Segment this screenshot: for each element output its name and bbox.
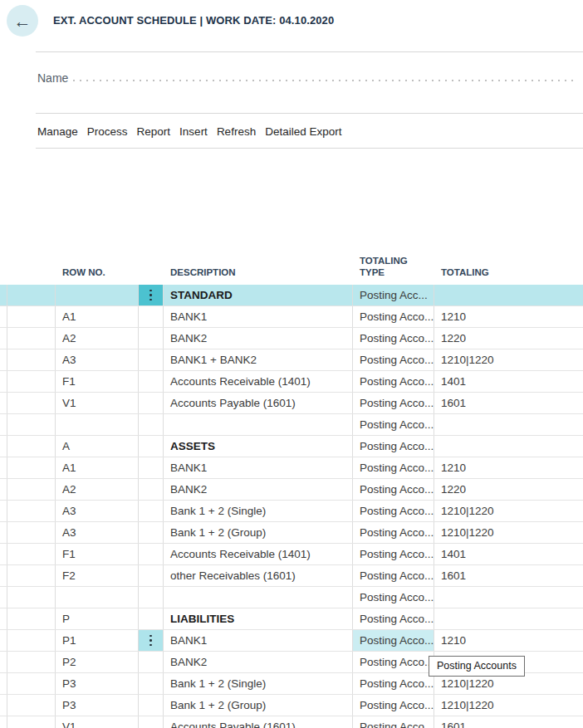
cell-totaling-type[interactable]: Posting Acco... — [353, 306, 434, 327]
cell-row-no[interactable]: V1 — [56, 716, 139, 728]
cell-totaling[interactable]: 1401 — [434, 544, 583, 564]
cell-totaling-type[interactable]: Posting Acco... — [353, 371, 434, 392]
cell-totaling[interactable]: 1210|1220 — [434, 522, 583, 543]
cell-totaling-type[interactable]: Posting Acco... — [353, 522, 434, 543]
name-input[interactable] — [73, 80, 573, 81]
cell-totaling-type[interactable]: Posting Acco... — [353, 673, 434, 694]
cell-description[interactable]: BANK2 — [164, 479, 353, 500]
cell-row-no[interactable] — [56, 285, 139, 305]
menu-item-report[interactable]: Report — [137, 125, 171, 138]
cell-description[interactable] — [164, 587, 353, 608]
cell-description[interactable]: Accounts Payable (1601) — [164, 716, 353, 728]
cell-totaling[interactable]: 1210|1220 — [434, 349, 583, 370]
menu-item-process[interactable]: Process — [87, 125, 128, 138]
cell-row-no[interactable] — [56, 414, 139, 435]
column-header-totaling[interactable]: TOTALING — [434, 266, 583, 284]
cell-description[interactable]: BANK1 — [164, 457, 353, 478]
table-row[interactable]: V1Accounts Payable (1601)Posting Acco...… — [0, 393, 583, 414]
cell-totaling-type[interactable]: Posting Acco... — [353, 565, 434, 586]
cell-totaling[interactable]: 1401 — [434, 371, 583, 392]
cell-totaling[interactable]: 1210 — [434, 457, 583, 478]
table-row[interactable]: F2other Receivables (1601)Posting Acco..… — [0, 565, 583, 587]
cell-totaling-type[interactable]: Posting Acco... — [353, 479, 434, 500]
menu-item-manage[interactable]: Manage — [37, 125, 78, 138]
cell-description[interactable]: Accounts Payable (1601) — [164, 393, 353, 413]
table-row[interactable]: Posting Acco... — [0, 414, 583, 436]
cell-row-no[interactable]: P2 — [56, 652, 139, 672]
cell-description[interactable]: ASSETS — [164, 436, 353, 457]
cell-row-no[interactable]: P1 — [56, 630, 139, 651]
cell-totaling[interactable]: 1210|1220 — [434, 695, 583, 716]
cell-row-no[interactable]: A1 — [56, 457, 139, 478]
cell-totaling-type[interactable]: Posting Acco... — [353, 328, 434, 349]
cell-description[interactable]: Bank 1 + 2 (Group) — [164, 522, 353, 543]
cell-description[interactable]: BANK1 — [164, 306, 353, 327]
cell-description[interactable]: BANK2 — [164, 328, 353, 349]
cell-row-no[interactable]: A3 — [56, 349, 139, 370]
cell-totaling[interactable] — [434, 436, 583, 457]
cell-row-no[interactable]: A2 — [56, 328, 139, 349]
cell-row-no[interactable]: P3 — [56, 673, 139, 694]
cell-totaling-type[interactable]: Posting Acco... — [353, 608, 434, 629]
cell-totaling-type[interactable]: Posting Acco... — [353, 501, 434, 521]
table-row[interactable]: V1Accounts Payable (1601)Posting Acco...… — [0, 716, 583, 728]
cell-description[interactable]: BANK1 + BANK2 — [164, 349, 353, 370]
table-row[interactable]: A1BANK1Posting Acco...1210 — [0, 457, 583, 479]
table-row[interactable]: AASSETSPosting Acco... — [0, 436, 583, 457]
table-row[interactable]: A1BANK1Posting Acco...1210 — [0, 306, 583, 328]
cell-totaling[interactable] — [434, 285, 583, 305]
row-ellipsis-icon[interactable] — [139, 285, 163, 305]
cell-description[interactable]: LIABILITIES — [164, 608, 353, 629]
cell-totaling-type[interactable]: Posting Acco... — [353, 587, 434, 608]
cell-row-no[interactable]: F1 — [56, 371, 139, 392]
cell-totaling[interactable]: 1210 — [434, 630, 583, 651]
table-row[interactable]: PLIABILITIESPosting Acco... — [0, 608, 583, 630]
cell-totaling[interactable] — [434, 587, 583, 608]
cell-row-no[interactable]: A3 — [56, 501, 139, 521]
table-row[interactable]: F1Accounts Receivable (1401)Posting Acco… — [0, 544, 583, 565]
cell-description[interactable]: Bank 1 + 2 (Single) — [164, 501, 353, 521]
table-row[interactable]: STANDARDPosting Acc... — [0, 285, 583, 306]
cell-row-no[interactable]: F2 — [56, 565, 139, 586]
cell-row-no[interactable]: A3 — [56, 522, 139, 543]
cell-row-no[interactable] — [56, 587, 139, 608]
cell-totaling-type[interactable]: Posting Acco... — [353, 436, 434, 457]
cell-totaling[interactable]: 1210|1220 — [434, 501, 583, 521]
table-row[interactable]: A2BANK2Posting Acco...1220 — [0, 328, 583, 349]
cell-row-no[interactable]: P3 — [56, 695, 139, 716]
menu-item-insert[interactable]: Insert — [179, 125, 208, 138]
cell-totaling-type[interactable]: Posting Acco... — [353, 695, 434, 716]
cell-totaling[interactable]: 1601 — [434, 716, 583, 728]
cell-row-no[interactable]: A1 — [56, 306, 139, 327]
column-header-description[interactable]: DESCRIPTION — [164, 266, 353, 284]
table-row[interactable]: A3Bank 1 + 2 (Group)Posting Acco...1210|… — [0, 522, 583, 544]
menu-item-refresh[interactable]: Refresh — [217, 125, 256, 138]
column-header-totaling-type[interactable]: TOTALING TYPE — [353, 255, 434, 284]
cell-totaling-type[interactable]: Posting Acco... — [353, 544, 434, 564]
cell-totaling-type[interactable]: Posting Acc... — [353, 285, 434, 305]
cell-totaling[interactable]: 1601 — [434, 565, 583, 586]
column-header-row-no[interactable]: ROW NO. — [56, 266, 139, 284]
table-row[interactable]: A3BANK1 + BANK2Posting Acco...1210|1220 — [0, 349, 583, 371]
cell-row-no[interactable]: V1 — [56, 393, 139, 413]
cell-row-no[interactable]: F1 — [56, 544, 139, 564]
cell-totaling-type[interactable]: Posting Acco... — [353, 716, 434, 728]
cell-totaling[interactable]: 1210 — [434, 306, 583, 327]
back-button[interactable]: ← — [7, 5, 38, 37]
menu-item-detailed-export[interactable]: Detailed Export — [265, 125, 341, 138]
cell-totaling-type[interactable]: Posting Acco... — [353, 414, 434, 435]
table-row[interactable]: Posting Acco... — [0, 587, 583, 608]
table-row[interactable]: P3Bank 1 + 2 (Group)Posting Acco...1210|… — [0, 695, 583, 716]
cell-description[interactable]: Bank 1 + 2 (Single) — [164, 673, 353, 694]
cell-description[interactable]: STANDARD — [164, 285, 353, 305]
cell-description[interactable]: BANK1 — [164, 630, 353, 651]
cell-description[interactable]: other Receivables (1601) — [164, 565, 353, 586]
cell-totaling[interactable] — [434, 608, 583, 629]
table-row[interactable]: A3Bank 1 + 2 (Single)Posting Acco...1210… — [0, 501, 583, 522]
cell-row-no[interactable]: A — [56, 436, 139, 457]
cell-totaling-type[interactable]: Posting Acco... — [353, 652, 434, 672]
cell-totaling[interactable]: 1220 — [434, 479, 583, 500]
cell-totaling[interactable]: 1601 — [434, 393, 583, 413]
cell-row-no[interactable]: A2 — [56, 479, 139, 500]
cell-totaling-type[interactable]: Posting Acco... — [353, 457, 434, 478]
